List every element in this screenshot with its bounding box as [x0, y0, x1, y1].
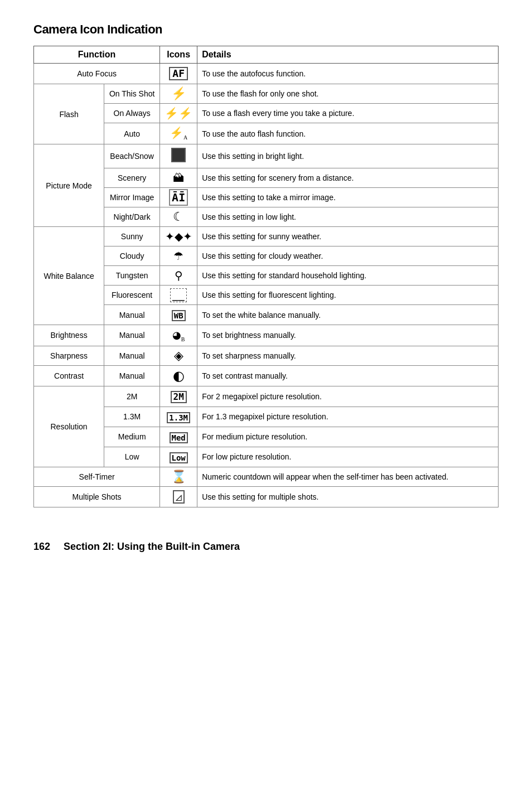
table-row: Resolution2M2MFor 2 megapixel picture re…: [34, 386, 499, 407]
details-cell: To use a flash every time you take a pic…: [197, 104, 499, 123]
details-cell: Use this setting for fluorescent lightin…: [197, 286, 499, 305]
icon-cell: Med: [160, 427, 197, 447]
subfunction-cell: Manual: [104, 365, 160, 386]
details-cell: For low picture resolution.: [197, 447, 499, 467]
page-title: Camera Icon Indication: [33, 22, 499, 37]
function-cell: Sharpness: [34, 346, 104, 365]
subfunction-cell: Mirror Image: [104, 188, 160, 207]
icon-cell: 2M: [160, 386, 197, 407]
icon-cell: 1.3M: [160, 407, 197, 427]
icon-cell: ◿: [160, 486, 197, 507]
details-cell: For medium picture resolution.: [197, 427, 499, 447]
icon-cell: ⚡: [160, 84, 197, 104]
subfunction-cell: Fluorescent: [104, 286, 160, 305]
details-cell: To set the white balance manually.: [197, 305, 499, 325]
details-cell: Use this setting for scenery from a dist…: [197, 168, 499, 188]
function-cell: Self-Timer: [34, 467, 160, 486]
function-cell: Flash: [34, 84, 104, 144]
function-cell: Contrast: [34, 365, 104, 386]
subfunction-cell: Manual: [104, 305, 160, 325]
icon-cell: ĀĪ: [160, 188, 197, 207]
subfunction-cell: Tungsten: [104, 266, 160, 286]
table-row: Self-Timer⌛Numeric countdown will appear…: [34, 467, 499, 486]
function-cell: Picture Mode: [34, 144, 104, 227]
icon-cell: ⌛: [160, 467, 197, 486]
subfunction-cell: Scenery: [104, 168, 160, 188]
subfunction-cell: Medium: [104, 427, 160, 447]
icon-cell: WB: [160, 305, 197, 325]
icon-cell: AF: [160, 64, 197, 84]
details-cell: To set brightness manually.: [197, 325, 499, 346]
section-label: Section 2I: Using the Built-in Camera: [64, 541, 240, 553]
details-cell: Use this setting in bright light.: [197, 144, 499, 168]
details-cell: Use this setting for multiple shots.: [197, 486, 499, 507]
details-cell: Use this setting to take a mirror image.: [197, 188, 499, 207]
header-details: Details: [197, 46, 499, 64]
table-row: Auto FocusAFTo use the autofocus functio…: [34, 64, 499, 84]
details-cell: For 2 megapixel picture resolution.: [197, 386, 499, 407]
icon-cell: ✦◆✦: [160, 227, 197, 246]
function-cell: Auto Focus: [34, 64, 160, 84]
icon-cell: ◐: [160, 365, 197, 386]
camera-icon-table: Function Icons Details Auto FocusAFTo us…: [33, 46, 499, 507]
subfunction-cell: Night/Dark: [104, 207, 160, 227]
details-cell: To set sharpness manually.: [197, 346, 499, 365]
subfunction-cell: On This Shot: [104, 84, 160, 104]
table-row: Multiple Shots◿Use this setting for mult…: [34, 486, 499, 507]
function-cell: Multiple Shots: [34, 486, 160, 507]
function-cell: Brightness: [34, 325, 104, 346]
icon-cell: ⚡A: [160, 123, 197, 144]
details-cell: Numeric countdown will appear when the s…: [197, 467, 499, 486]
icon-cell: ⚡⚡: [160, 104, 197, 123]
icon-cell: ☂: [160, 246, 197, 266]
subfunction-cell: 2M: [104, 386, 160, 407]
icon-cell: ⚲: [160, 266, 197, 286]
subfunction-cell: 1.3M: [104, 407, 160, 427]
subfunction-cell: Auto: [104, 123, 160, 144]
table-row: FlashOn This Shot⚡To use the flash for o…: [34, 84, 499, 104]
icon-cell: ☾: [160, 207, 197, 227]
icon-cell: Low: [160, 447, 197, 467]
details-cell: To set contrast manually.: [197, 365, 499, 386]
subfunction-cell: Sunny: [104, 227, 160, 246]
icon-cell: ⎯⎯: [160, 286, 197, 305]
details-cell: To use the auto flash function.: [197, 123, 499, 144]
details-cell: Use this setting for sunny weather.: [197, 227, 499, 246]
table-row: Picture ModeBeach/SnowUse this setting i…: [34, 144, 499, 168]
subfunction-cell: On Always: [104, 104, 160, 123]
function-cell: White Balance: [34, 227, 104, 325]
details-cell: To use the flash for only one shot.: [197, 84, 499, 104]
details-cell: Use this setting for standard household …: [197, 266, 499, 286]
header-icons: Icons: [160, 46, 197, 64]
subfunction-cell: Beach/Snow: [104, 144, 160, 168]
icon-cell: [160, 144, 197, 168]
subfunction-cell: Manual: [104, 346, 160, 365]
table-row: White BalanceSunny✦◆✦Use this setting fo…: [34, 227, 499, 246]
subfunction-cell: Manual: [104, 325, 160, 346]
details-cell: Use this setting in low light.: [197, 207, 499, 227]
table-row: BrightnessManual◕BTo set brightness manu…: [34, 325, 499, 346]
icon-cell: 🏔: [160, 168, 197, 188]
icon-cell: ◕B: [160, 325, 197, 346]
subfunction-cell: Cloudy: [104, 246, 160, 266]
page-number: 162: [33, 541, 50, 553]
details-cell: To use the autofocus function.: [197, 64, 499, 84]
details-cell: For 1.3 megapixel picture resolution.: [197, 407, 499, 427]
table-row: ContrastManual◐To set contrast manually.: [34, 365, 499, 386]
subfunction-cell: Low: [104, 447, 160, 467]
table-row: SharpnessManual◈To set sharpness manuall…: [34, 346, 499, 365]
details-cell: Use this setting for cloudy weather.: [197, 246, 499, 266]
function-cell: Resolution: [34, 386, 104, 467]
header-function: Function: [34, 46, 160, 64]
page-footer: 162 Section 2I: Using the Built-in Camer…: [33, 541, 499, 553]
icon-cell: ◈: [160, 346, 197, 365]
